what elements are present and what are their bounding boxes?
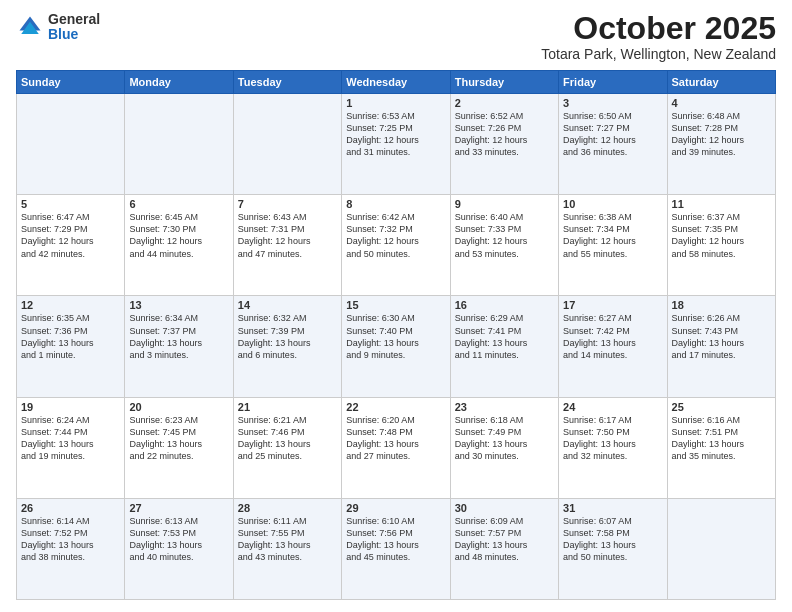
col-header-tuesday: Tuesday	[233, 71, 341, 94]
day-cell: 13Sunrise: 6:34 AM Sunset: 7:37 PM Dayli…	[125, 296, 233, 397]
col-header-wednesday: Wednesday	[342, 71, 450, 94]
col-header-friday: Friday	[559, 71, 667, 94]
day-cell	[125, 94, 233, 195]
day-cell: 30Sunrise: 6:09 AM Sunset: 7:57 PM Dayli…	[450, 498, 558, 599]
day-cell: 21Sunrise: 6:21 AM Sunset: 7:46 PM Dayli…	[233, 397, 341, 498]
header: General Blue October 2025 Totara Park, W…	[16, 12, 776, 62]
page: General Blue October 2025 Totara Park, W…	[0, 0, 792, 612]
day-cell	[17, 94, 125, 195]
day-cell: 7Sunrise: 6:43 AM Sunset: 7:31 PM Daylig…	[233, 195, 341, 296]
day-cell: 5Sunrise: 6:47 AM Sunset: 7:29 PM Daylig…	[17, 195, 125, 296]
day-number: 23	[455, 401, 554, 413]
day-cell: 26Sunrise: 6:14 AM Sunset: 7:52 PM Dayli…	[17, 498, 125, 599]
day-number: 4	[672, 97, 771, 109]
day-info: Sunrise: 6:24 AM Sunset: 7:44 PM Dayligh…	[21, 414, 120, 463]
day-info: Sunrise: 6:43 AM Sunset: 7:31 PM Dayligh…	[238, 211, 337, 260]
week-row-3: 12Sunrise: 6:35 AM Sunset: 7:36 PM Dayli…	[17, 296, 776, 397]
day-info: Sunrise: 6:40 AM Sunset: 7:33 PM Dayligh…	[455, 211, 554, 260]
day-number: 27	[129, 502, 228, 514]
day-cell	[233, 94, 341, 195]
logo-general-text: General	[48, 12, 100, 27]
day-info: Sunrise: 6:26 AM Sunset: 7:43 PM Dayligh…	[672, 312, 771, 361]
day-number: 19	[21, 401, 120, 413]
month-title: October 2025	[541, 12, 776, 44]
title-block: October 2025 Totara Park, Wellington, Ne…	[541, 12, 776, 62]
day-info: Sunrise: 6:50 AM Sunset: 7:27 PM Dayligh…	[563, 110, 662, 159]
day-cell: 24Sunrise: 6:17 AM Sunset: 7:50 PM Dayli…	[559, 397, 667, 498]
day-number: 15	[346, 299, 445, 311]
day-cell: 19Sunrise: 6:24 AM Sunset: 7:44 PM Dayli…	[17, 397, 125, 498]
generalblue-logo-icon	[16, 13, 44, 41]
day-number: 7	[238, 198, 337, 210]
week-row-5: 26Sunrise: 6:14 AM Sunset: 7:52 PM Dayli…	[17, 498, 776, 599]
day-number: 29	[346, 502, 445, 514]
day-number: 31	[563, 502, 662, 514]
calendar-table: SundayMondayTuesdayWednesdayThursdayFrid…	[16, 70, 776, 600]
location: Totara Park, Wellington, New Zealand	[541, 46, 776, 62]
day-number: 6	[129, 198, 228, 210]
day-info: Sunrise: 6:10 AM Sunset: 7:56 PM Dayligh…	[346, 515, 445, 564]
day-cell: 23Sunrise: 6:18 AM Sunset: 7:49 PM Dayli…	[450, 397, 558, 498]
day-number: 13	[129, 299, 228, 311]
day-info: Sunrise: 6:07 AM Sunset: 7:58 PM Dayligh…	[563, 515, 662, 564]
day-info: Sunrise: 6:11 AM Sunset: 7:55 PM Dayligh…	[238, 515, 337, 564]
week-row-1: 1Sunrise: 6:53 AM Sunset: 7:25 PM Daylig…	[17, 94, 776, 195]
week-row-4: 19Sunrise: 6:24 AM Sunset: 7:44 PM Dayli…	[17, 397, 776, 498]
day-info: Sunrise: 6:52 AM Sunset: 7:26 PM Dayligh…	[455, 110, 554, 159]
day-number: 20	[129, 401, 228, 413]
day-number: 2	[455, 97, 554, 109]
day-info: Sunrise: 6:45 AM Sunset: 7:30 PM Dayligh…	[129, 211, 228, 260]
day-number: 11	[672, 198, 771, 210]
day-cell: 16Sunrise: 6:29 AM Sunset: 7:41 PM Dayli…	[450, 296, 558, 397]
day-info: Sunrise: 6:48 AM Sunset: 7:28 PM Dayligh…	[672, 110, 771, 159]
day-cell: 31Sunrise: 6:07 AM Sunset: 7:58 PM Dayli…	[559, 498, 667, 599]
day-info: Sunrise: 6:37 AM Sunset: 7:35 PM Dayligh…	[672, 211, 771, 260]
day-info: Sunrise: 6:13 AM Sunset: 7:53 PM Dayligh…	[129, 515, 228, 564]
day-number: 24	[563, 401, 662, 413]
day-info: Sunrise: 6:42 AM Sunset: 7:32 PM Dayligh…	[346, 211, 445, 260]
day-cell: 27Sunrise: 6:13 AM Sunset: 7:53 PM Dayli…	[125, 498, 233, 599]
day-number: 1	[346, 97, 445, 109]
day-number: 25	[672, 401, 771, 413]
day-number: 17	[563, 299, 662, 311]
day-cell: 12Sunrise: 6:35 AM Sunset: 7:36 PM Dayli…	[17, 296, 125, 397]
day-number: 28	[238, 502, 337, 514]
day-cell: 9Sunrise: 6:40 AM Sunset: 7:33 PM Daylig…	[450, 195, 558, 296]
day-cell: 1Sunrise: 6:53 AM Sunset: 7:25 PM Daylig…	[342, 94, 450, 195]
day-info: Sunrise: 6:35 AM Sunset: 7:36 PM Dayligh…	[21, 312, 120, 361]
day-info: Sunrise: 6:30 AM Sunset: 7:40 PM Dayligh…	[346, 312, 445, 361]
day-info: Sunrise: 6:32 AM Sunset: 7:39 PM Dayligh…	[238, 312, 337, 361]
day-info: Sunrise: 6:27 AM Sunset: 7:42 PM Dayligh…	[563, 312, 662, 361]
day-info: Sunrise: 6:20 AM Sunset: 7:48 PM Dayligh…	[346, 414, 445, 463]
day-number: 12	[21, 299, 120, 311]
day-cell: 25Sunrise: 6:16 AM Sunset: 7:51 PM Dayli…	[667, 397, 775, 498]
day-cell: 14Sunrise: 6:32 AM Sunset: 7:39 PM Dayli…	[233, 296, 341, 397]
logo-blue-text: Blue	[48, 27, 100, 42]
day-cell: 29Sunrise: 6:10 AM Sunset: 7:56 PM Dayli…	[342, 498, 450, 599]
day-number: 3	[563, 97, 662, 109]
day-cell: 15Sunrise: 6:30 AM Sunset: 7:40 PM Dayli…	[342, 296, 450, 397]
day-info: Sunrise: 6:09 AM Sunset: 7:57 PM Dayligh…	[455, 515, 554, 564]
col-header-saturday: Saturday	[667, 71, 775, 94]
day-info: Sunrise: 6:18 AM Sunset: 7:49 PM Dayligh…	[455, 414, 554, 463]
day-cell: 11Sunrise: 6:37 AM Sunset: 7:35 PM Dayli…	[667, 195, 775, 296]
day-number: 18	[672, 299, 771, 311]
day-number: 30	[455, 502, 554, 514]
day-cell: 8Sunrise: 6:42 AM Sunset: 7:32 PM Daylig…	[342, 195, 450, 296]
day-info: Sunrise: 6:17 AM Sunset: 7:50 PM Dayligh…	[563, 414, 662, 463]
day-number: 16	[455, 299, 554, 311]
logo-text: General Blue	[48, 12, 100, 43]
day-info: Sunrise: 6:21 AM Sunset: 7:46 PM Dayligh…	[238, 414, 337, 463]
day-info: Sunrise: 6:16 AM Sunset: 7:51 PM Dayligh…	[672, 414, 771, 463]
day-info: Sunrise: 6:23 AM Sunset: 7:45 PM Dayligh…	[129, 414, 228, 463]
col-header-thursday: Thursday	[450, 71, 558, 94]
col-header-monday: Monday	[125, 71, 233, 94]
day-number: 21	[238, 401, 337, 413]
day-number: 5	[21, 198, 120, 210]
week-row-2: 5Sunrise: 6:47 AM Sunset: 7:29 PM Daylig…	[17, 195, 776, 296]
day-number: 8	[346, 198, 445, 210]
day-cell: 20Sunrise: 6:23 AM Sunset: 7:45 PM Dayli…	[125, 397, 233, 498]
day-info: Sunrise: 6:47 AM Sunset: 7:29 PM Dayligh…	[21, 211, 120, 260]
day-number: 9	[455, 198, 554, 210]
day-cell: 2Sunrise: 6:52 AM Sunset: 7:26 PM Daylig…	[450, 94, 558, 195]
